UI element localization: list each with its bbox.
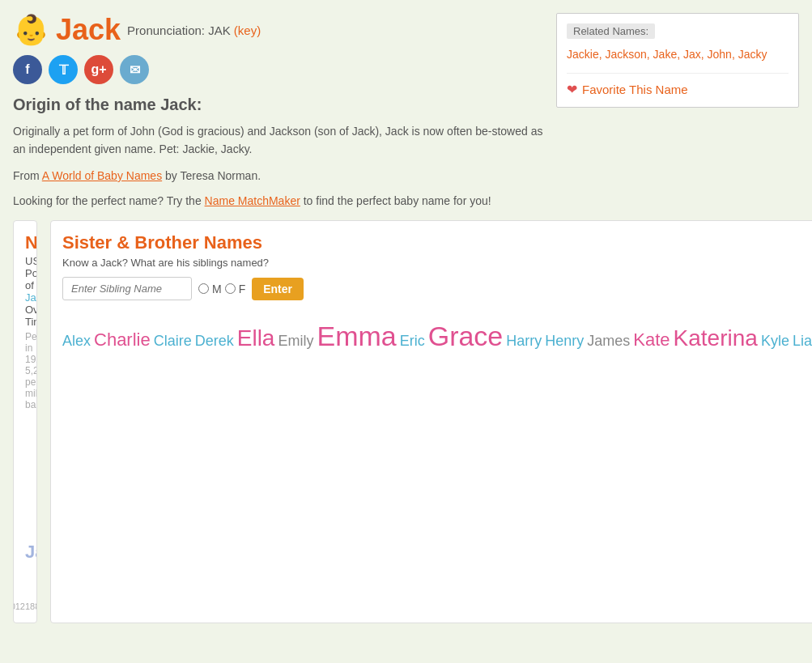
favorite-section: ❤ Favorite This Name — [567, 73, 789, 97]
sibling-name[interactable]: Charlie — [94, 329, 151, 350]
from-text: From A World of Baby Names by Teresa Nor… — [13, 167, 543, 185]
sibling-name[interactable]: Kyle — [761, 333, 789, 349]
sibling-name[interactable]: Emma — [317, 321, 396, 351]
sibling-name[interactable]: Claire — [154, 333, 192, 349]
chart-year-left: 1880s — [25, 601, 37, 611]
sibling-name[interactable]: Kate — [633, 329, 670, 350]
sibling-input-row: M F Enter — [62, 277, 812, 300]
sibling-names: AlexCharlieClaireDerekEllaEmilyEmmaEricG… — [62, 312, 812, 361]
related-label: Related Names: — [567, 23, 655, 39]
sibling-name[interactable]: Ella — [237, 325, 275, 351]
chart-year-right: 2012 — [13, 601, 25, 611]
sibling-subtitle: Know a Jack? What are his siblings named… — [62, 257, 812, 269]
sibling-name[interactable]: Harry — [506, 333, 542, 349]
voyager-name: Jack — [25, 291, 37, 304]
name-title-row: 👶 Jack Pronunciation: JAK (key) — [13, 13, 543, 47]
chart-name-label: Jack — [25, 542, 37, 563]
enter-button[interactable]: Enter — [252, 278, 304, 300]
favorite-link[interactable]: Favorite This Name — [582, 83, 688, 96]
origin-body: Originally a pet form of John (God is gr… — [13, 122, 543, 159]
googleplus-button[interactable]: g+ — [84, 55, 113, 84]
heart-icon: ❤ — [567, 82, 577, 97]
radio-male-label: M — [212, 283, 222, 295]
email-button[interactable]: ✉ — [120, 55, 149, 84]
twitter-button[interactable]: 𝕋 — [49, 55, 78, 84]
radio-male[interactable] — [198, 283, 209, 294]
book-link[interactable]: A World of Baby Names — [42, 169, 162, 182]
pronunciation-text: Pronunciation: JAK (key) — [127, 23, 261, 37]
matchmaker-bar: Looking for the perfect name? Try the Na… — [13, 194, 799, 207]
sibling-name[interactable]: Emily — [278, 333, 313, 349]
social-icons: f 𝕋 g+ ✉ — [13, 55, 543, 84]
sibling-name[interactable]: Alex — [62, 333, 91, 349]
voyager-panel: NameVoyager US Popularity of Jack Over T… — [13, 220, 37, 623]
sibling-name[interactable]: Liam — [793, 333, 812, 349]
radio-female[interactable] — [225, 283, 236, 294]
radio-group: M F — [198, 283, 245, 295]
sibling-name-input[interactable] — [62, 277, 192, 300]
sibling-name[interactable]: Katerina — [674, 325, 758, 351]
sibling-name[interactable]: Henry — [545, 333, 584, 349]
sibling-name[interactable]: Grace — [428, 321, 504, 351]
facebook-button[interactable]: f — [13, 55, 42, 84]
sibling-title: Sister & Brother Names — [62, 232, 812, 253]
related-names[interactable]: Jackie, Jackson, Jake, Jax, John, Jacky — [567, 45, 789, 63]
related-box: Related Names: Jackie, Jackson, Jake, Ja… — [556, 13, 799, 108]
main-name: Jack — [56, 13, 121, 47]
origin-heading: Origin of the name Jack: — [13, 96, 543, 114]
key-link[interactable]: (key) — [234, 23, 261, 37]
sibling-name[interactable]: Derek — [195, 333, 234, 349]
sibling-panel: Sister & Brother Names Know a Jack? What… — [50, 220, 812, 623]
baby-icon: 👶 — [13, 13, 49, 47]
matchmaker-link[interactable]: Name MatchMaker — [205, 194, 300, 207]
sibling-name[interactable]: James — [587, 333, 630, 349]
radio-female-label: F — [239, 283, 246, 295]
sibling-name[interactable]: Eric — [400, 333, 425, 349]
